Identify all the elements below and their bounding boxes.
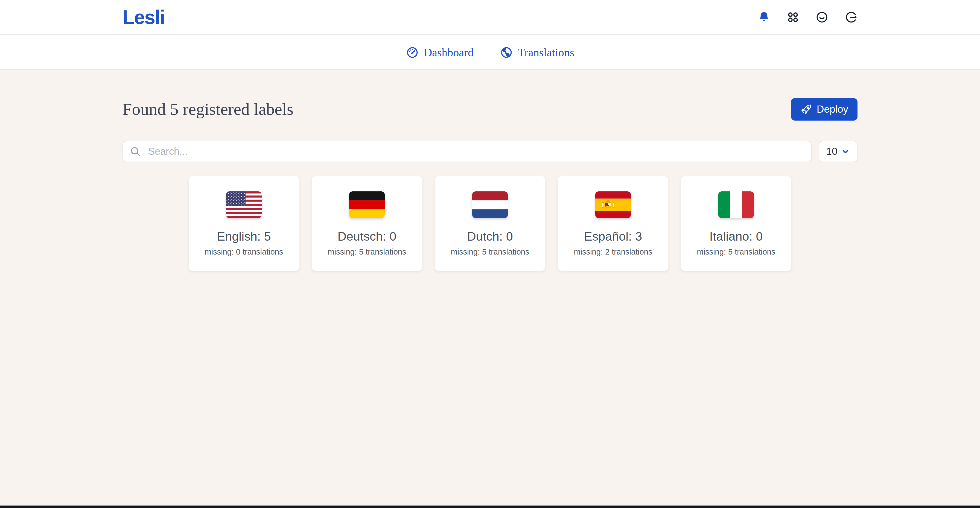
page-title: Found 5 registered labels <box>123 100 293 119</box>
flag-netherlands <box>472 191 508 218</box>
chevron-down-icon <box>841 147 850 156</box>
smiley-icon <box>815 11 829 24</box>
app-header: Lesli <box>0 0 980 35</box>
deploy-button-label: Deploy <box>817 104 848 115</box>
language-card-dutch[interactable]: Dutch: 0 missing: 5 translations <box>435 176 545 271</box>
page-size-value: 10 <box>826 146 837 157</box>
rocket-icon <box>800 104 812 115</box>
main-content: Found 5 registered labels Deploy <box>0 98 980 271</box>
page: Lesli <box>0 0 980 508</box>
language-card-title: English: 5 <box>189 230 299 242</box>
flag-germany <box>349 191 385 218</box>
gauge-icon <box>406 46 419 59</box>
app-logo[interactable]: Lesli <box>123 7 165 27</box>
language-card-title: Español: 3 <box>558 230 668 242</box>
deploy-button[interactable]: Deploy <box>791 98 858 121</box>
apps-button[interactable] <box>786 11 800 24</box>
bell-icon <box>757 11 770 24</box>
language-card-missing: missing: 5 translations <box>312 248 422 256</box>
flag-spain <box>595 191 631 218</box>
profile-button[interactable] <box>815 11 829 24</box>
language-card-missing: missing: 5 translations <box>435 248 545 256</box>
header-icon-group <box>757 11 858 24</box>
language-cards: English: 5 missing: 0 translations <box>123 176 858 271</box>
page-size-select[interactable]: 10 <box>819 141 858 162</box>
nav-label-translations: Translations <box>518 46 574 59</box>
nav-link-dashboard[interactable]: Dashboard <box>406 46 474 59</box>
language-card-deutsch[interactable]: Deutsch: 0 missing: 5 translations <box>312 176 422 271</box>
language-card-missing: missing: 0 translations <box>189 248 299 256</box>
language-card-english[interactable]: English: 5 missing: 0 translations <box>189 176 299 271</box>
language-card-title: Dutch: 0 <box>435 230 545 242</box>
main-nav: Dashboard Translations <box>0 35 980 70</box>
apps-grid-icon <box>786 11 800 24</box>
logout-button[interactable] <box>845 11 858 24</box>
language-card-missing: missing: 5 translations <box>681 248 791 256</box>
language-card-italiano[interactable]: Italiano: 0 missing: 5 translations <box>681 176 791 271</box>
flag-united-states <box>226 191 262 218</box>
nav-label-dashboard: Dashboard <box>424 46 474 59</box>
language-card-title: Deutsch: 0 <box>312 230 422 242</box>
flag-italy <box>718 191 754 218</box>
language-card-missing: missing: 2 translations <box>558 248 668 256</box>
search-input[interactable] <box>123 141 811 162</box>
notifications-button[interactable] <box>757 11 770 24</box>
language-card-title: Italiano: 0 <box>681 230 791 242</box>
bottom-bar <box>0 506 980 508</box>
logout-icon <box>845 11 858 24</box>
nav-link-translations[interactable]: Translations <box>500 46 574 59</box>
language-card-espanol[interactable]: Español: 3 missing: 2 translations <box>558 176 668 271</box>
globe-icon <box>500 46 513 59</box>
search-field-wrap <box>123 141 811 162</box>
